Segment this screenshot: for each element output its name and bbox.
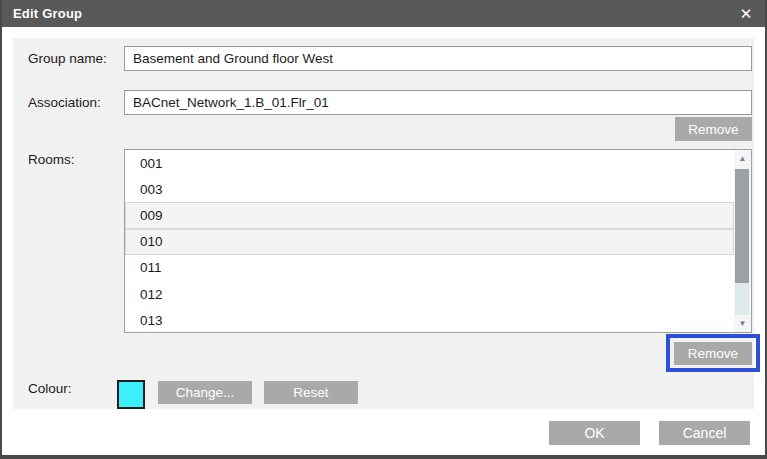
scrollbar-thumb[interactable]	[735, 169, 749, 283]
rooms-rows: 001003009010011012013	[125, 150, 734, 333]
room-list-item[interactable]: 013	[125, 307, 734, 333]
scroll-down-icon[interactable]: ▼	[734, 315, 751, 332]
close-icon[interactable]: ✕	[731, 0, 761, 27]
association-input[interactable]	[124, 90, 752, 115]
edit-group-dialog: Edit Group ✕ Group name: Association: Re…	[0, 0, 767, 459]
colour-swatch[interactable]	[117, 380, 145, 409]
rooms-listbox[interactable]: 001003009010011012013 ▲ ▼	[124, 149, 752, 333]
title-bar: Edit Group ✕	[0, 0, 767, 27]
group-name-input[interactable]	[124, 46, 752, 71]
group-name-label: Group name:	[28, 51, 107, 66]
scrollbar-track[interactable]	[735, 283, 749, 315]
room-list-item[interactable]: 011	[125, 255, 734, 281]
scroll-up-icon[interactable]: ▲	[734, 150, 751, 167]
cancel-button[interactable]: Cancel	[659, 421, 750, 445]
association-remove-button[interactable]: Remove	[675, 117, 752, 141]
room-list-item[interactable]: 009	[125, 202, 734, 228]
rooms-remove-button[interactable]: Remove	[674, 342, 752, 365]
colour-label: Colour:	[28, 381, 72, 396]
association-label: Association:	[28, 95, 101, 110]
rooms-scrollbar[interactable]: ▲ ▼	[734, 150, 751, 332]
colour-change-button[interactable]: Change...	[158, 381, 252, 404]
dialog-title: Edit Group	[0, 6, 82, 21]
room-list-item[interactable]: 012	[125, 281, 734, 307]
room-list-item[interactable]: 001	[125, 150, 734, 176]
colour-reset-button[interactable]: Reset	[264, 381, 358, 404]
rooms-label: Rooms:	[28, 152, 75, 167]
room-list-item[interactable]: 010	[125, 229, 734, 255]
ok-button[interactable]: OK	[549, 421, 640, 445]
room-list-item[interactable]: 003	[125, 176, 734, 202]
